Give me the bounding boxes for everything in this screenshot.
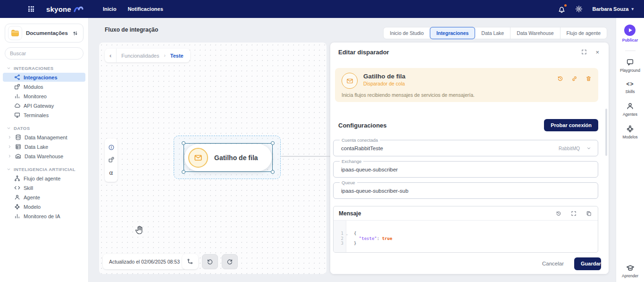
tidy-layout-button[interactable] [182,254,198,269]
undo-button[interactable] [202,254,218,269]
flow-node-gatilho-de-fila[interactable]: Gatilho de fila [184,144,272,171]
rail-item-publicar[interactable]: Publicar [622,25,638,43]
settings-gear-icon[interactable] [575,5,583,13]
redo-button[interactable] [222,254,238,269]
notifications-bell-icon[interactable] [558,5,566,13]
tab-data-lake[interactable]: Data Lake [475,27,510,39]
tab-data-warehouse[interactable]: Data Warehouse [510,27,560,39]
chevron-right-icon [8,135,12,139]
tab-integraciones[interactable]: Integraciones [430,27,475,39]
search-input[interactable] [10,51,77,56]
code-brackets-icon: <> [626,81,634,87]
sidebar-item-monitoreo[interactable]: Monitoreo [3,92,85,101]
sidebar-item-data-warehouse[interactable]: Data Warehouse [3,152,85,161]
cloud-icon [14,103,20,109]
tab-flujo-de-agente[interactable]: Flujo de agente [560,27,607,39]
agent-icon [626,102,634,110]
flow-canvas[interactable]: ‹ Funcionalidades › Teste Gatilho de fil… [99,43,326,274]
top-navbar: skyone Inicio Notificaciones [0,0,644,18]
warehouse-icon [15,153,21,159]
apps-grid-icon[interactable] [28,6,34,12]
test-connection-button[interactable]: Probar conexión [544,119,598,131]
agent-icon [14,194,20,200]
sidebar-item-terminales[interactable]: Terminales [3,111,85,120]
info-icon[interactable] [108,144,115,151]
sidebar-item-modulos[interactable]: Módulos [3,82,85,91]
rail-item-aprender[interactable]: Aprender [622,264,638,278]
nav-notificaciones[interactable]: Notificaciones [128,6,163,12]
rail-item-skills[interactable]: <> Skills [626,81,635,94]
chevron-down-icon [7,167,11,171]
graduation-cap-icon [626,264,635,272]
code-editor-area[interactable]: 1▾ 2 3 { "teste": true } [334,221,598,253]
chevron-down-icon[interactable] [586,146,591,151]
sidebar-item-integraciones[interactable]: Integraciones [3,73,85,82]
sidebar-item-skill[interactable]: Skill [3,183,85,192]
section-datos[interactable]: DATOS [7,126,88,131]
blocks-icon[interactable] [108,156,115,163]
resize-handle-top-right[interactable] [271,141,275,145]
breadcrumb: ‹ Funcionalidades › Teste [105,49,190,62]
copy-icon[interactable] [586,211,592,216]
brand-logo: skyone [46,5,84,13]
breadcrumb-parent[interactable]: Funcionalidades [121,53,159,59]
expand-icon[interactable] [581,49,587,55]
resize-handle-top-left[interactable] [182,141,185,145]
folder-icon [8,26,22,40]
sidebar-item-api-gateway[interactable]: API Gateway [3,101,85,110]
page-title: Fluxo de integração [105,26,158,33]
history-icon[interactable] [556,211,561,216]
code-content: { "teste": true } [346,221,598,253]
rail-item-agentes[interactable]: Agentes [623,102,637,117]
code-brackets-icon [14,185,20,191]
section-integraciones[interactable]: INTEGRACIONES [7,66,88,71]
notification-dot [564,4,567,7]
sidebar-item-data-management[interactable]: Data Management [3,133,85,142]
left-sidebar: Documentações INTEGRACIONES Integracione… [0,18,89,282]
close-icon[interactable]: × [595,49,599,55]
trigger-subtitle: Disparador de cola [363,81,552,86]
bar-chart-icon [14,213,20,219]
hand-cursor [134,224,146,237]
field-queue[interactable]: Queue ipaas-queue-subscriber-sub [333,182,598,199]
sidebar-item-monitoreo-de-ia[interactable]: Monitoreo de IA [3,212,85,221]
link-icon[interactable] [571,76,577,82]
sidebar-item-modelo[interactable]: Modelo [3,202,85,211]
resize-handle-bottom-left[interactable] [182,170,185,174]
alpha-icon[interactable]: α [109,169,113,176]
divider [625,51,636,51]
field-exchange[interactable]: Exchange ipaas-queue-subscriber [333,161,598,178]
agent-flow-icon [14,175,20,181]
fold-chevron-icon[interactable]: ▾ [346,232,348,238]
expand-icon[interactable] [571,211,577,216]
database-icon [15,134,21,140]
sidebar-item-data-lake[interactable]: Data Lake [3,142,85,151]
resize-handle-bottom-right[interactable] [271,170,275,174]
panel-scrollbar-thumb[interactable] [605,109,607,156]
field-cuenta-conectada[interactable]: Cuenta conectada contaRabbitTeste Rabbit… [333,140,598,156]
rail-item-playground[interactable]: Playground [620,58,640,73]
section-inteligencia-artificial[interactable]: INTELIGENCIA ARTIFICIAL [7,167,88,172]
message-heading: Mensaje [339,210,361,217]
nav-inicio[interactable]: Inicio [103,6,117,12]
sidebar-item-flujo-del-agente[interactable]: Flujo del agente [3,174,85,183]
rail-item-modelos[interactable]: Modelos [622,125,637,139]
history-icon[interactable] [557,76,563,82]
connector-type-badge: RabbitMQ [559,145,580,151]
user-menu[interactable]: Barbara Souza ▾ [592,6,634,12]
chevron-right-icon [8,154,12,158]
breadcrumb-separator-icon: › [164,53,165,58]
breadcrumb-back-icon[interactable]: ‹ [109,52,111,59]
trigger-title: Gatilho de fila [363,73,552,80]
trash-icon[interactable] [585,76,592,82]
save-button[interactable]: Guardar [574,257,601,270]
breadcrumb-current: Teste [170,53,184,59]
documentation-selector[interactable]: Documentações [5,24,84,43]
last-updated-badge: Actualizado el 02/06/2025 08:53 [103,254,186,269]
config-heading: Configuraciones [338,122,387,129]
modules-icon [14,84,20,90]
sort-arrows-icon [72,30,78,36]
sidebar-item-agente[interactable]: Agente [3,193,85,202]
tab-inicio-de-studio[interactable]: Inicio de Studio [383,27,430,39]
cancel-button[interactable]: Cancelar [542,261,564,266]
